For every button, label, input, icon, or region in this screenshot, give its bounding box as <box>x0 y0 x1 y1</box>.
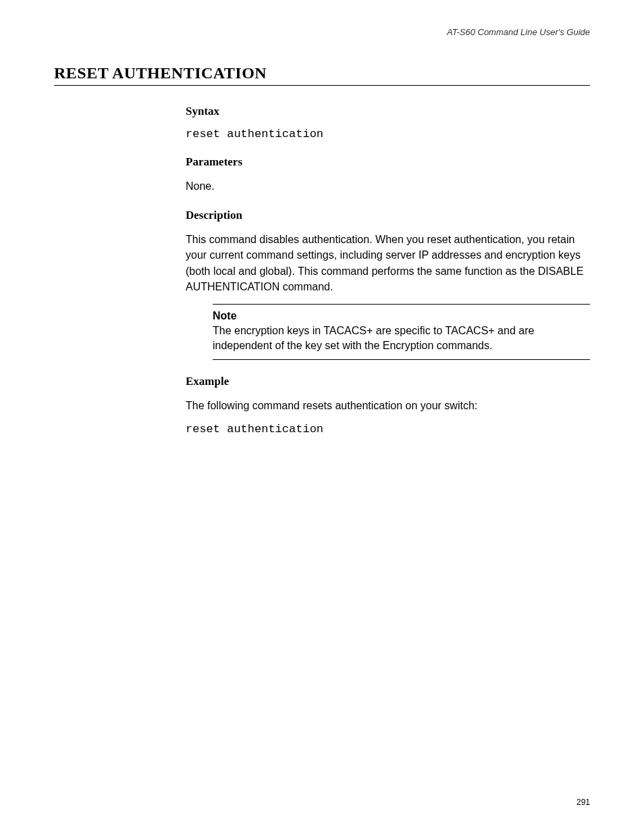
example-text: The following command resets authenticat… <box>186 398 590 413</box>
page-title: RESET AUTHENTICATION <box>54 64 590 86</box>
note-title: Note <box>213 310 590 322</box>
description-heading: Description <box>186 209 590 222</box>
syntax-code: reset authentication <box>186 128 590 140</box>
description-text: This command disables authentication. Wh… <box>186 232 590 294</box>
content-area: Syntax reset authentication Parameters N… <box>186 105 590 436</box>
note-body: The encryption keys in TACACS+ are speci… <box>213 323 590 354</box>
parameters-heading: Parameters <box>186 155 590 169</box>
header-guide-title: AT-S60 Command Line User's Guide <box>54 27 590 37</box>
syntax-heading: Syntax <box>186 105 590 118</box>
note-box: Note The encryption keys in TACACS+ are … <box>213 304 590 360</box>
page-number: 291 <box>576 798 590 807</box>
example-heading: Example <box>186 375 590 388</box>
parameters-text: None. <box>186 178 590 194</box>
example-code: reset authentication <box>186 423 590 436</box>
